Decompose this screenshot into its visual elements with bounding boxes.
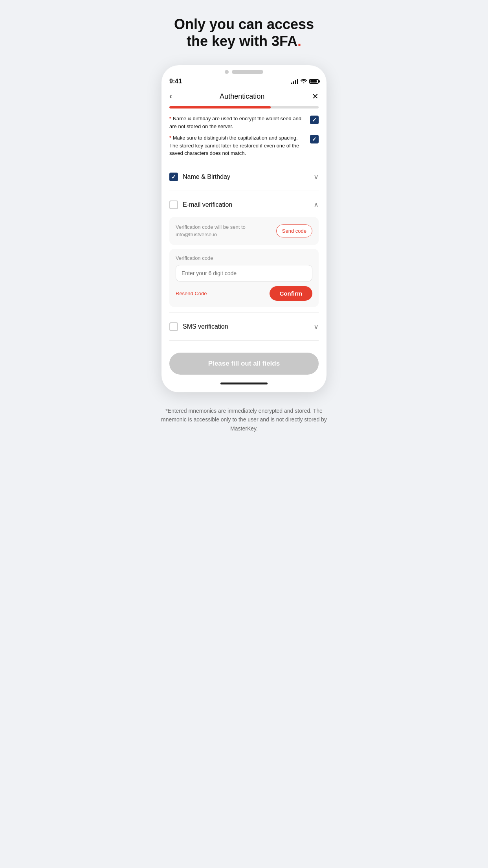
notch-dot <box>225 70 229 74</box>
sms-verification-label: SMS verification <box>183 323 309 330</box>
battery-icon <box>309 79 319 84</box>
divider-3 <box>169 313 319 313</box>
sms-verification-chevron: ∨ <box>314 322 319 331</box>
divider-2 <box>169 191 319 191</box>
verify-footer: Resend Code Confirm <box>176 286 312 301</box>
warning-1-checkbox[interactable] <box>310 116 319 124</box>
name-birthday-label: Name & Birthday <box>183 173 309 180</box>
resend-code-link[interactable]: Resend Code <box>176 291 207 296</box>
email-verification-label: E-mail verification <box>183 201 309 208</box>
name-birthday-chevron: ∨ <box>314 173 319 181</box>
screen-title: Authentication <box>220 92 264 101</box>
divider-4 <box>169 340 319 341</box>
verification-code-input[interactable] <box>176 265 312 281</box>
progress-bar <box>169 106 319 108</box>
status-time: 9:41 <box>169 78 182 85</box>
warning-2-checkbox[interactable] <box>310 135 319 143</box>
warning-1: * Name & birthday are used to encrypt th… <box>169 115 319 130</box>
home-indicator <box>220 383 268 384</box>
status-bar: 9:41 <box>161 76 327 88</box>
signal-icon <box>291 79 298 84</box>
sms-verification-checkbox[interactable] <box>169 322 178 331</box>
name-birthday-section[interactable]: Name & Birthday ∨ <box>169 169 319 185</box>
notch-bar <box>232 70 263 74</box>
sms-verification-section[interactable]: SMS verification ∨ <box>169 318 319 335</box>
status-icons <box>291 78 319 85</box>
wifi-icon <box>301 78 307 85</box>
email-card-text: Verification code will be sent to info@t… <box>176 223 246 239</box>
footer-note: *Entered mnemonics are immediately encry… <box>158 406 330 433</box>
verification-section: Verification code Resend Code Confirm <box>169 249 319 307</box>
send-code-button[interactable]: Send code <box>276 224 312 237</box>
progress-fill <box>169 106 271 108</box>
close-button[interactable]: ✕ <box>312 92 319 101</box>
verification-label: Verification code <box>176 255 312 261</box>
back-button[interactable]: ‹ <box>169 91 172 101</box>
phone-notch <box>161 65 327 76</box>
email-verification-checkbox[interactable] <box>169 200 178 209</box>
submit-button[interactable]: Please fill out all fields <box>169 353 319 375</box>
email-card: Verification code will be sent to info@t… <box>169 217 319 245</box>
content-area: * Name & birthday are used to encrypt th… <box>161 115 327 341</box>
app-header: ‹ Authentication ✕ <box>161 88 327 106</box>
warning-2-text: * Make sure to distinguish the capitaliz… <box>169 134 306 157</box>
email-verification-chevron: ∧ <box>314 200 319 209</box>
phone-frame: 9:41 ‹ Authentication ✕ <box>161 65 327 392</box>
warning-2: * Make sure to distinguish the capitaliz… <box>169 134 319 157</box>
divider-1 <box>169 163 319 163</box>
confirm-button[interactable]: Confirm <box>270 286 313 301</box>
warning-1-text: * Name & birthday are used to encrypt th… <box>169 115 306 130</box>
email-verification-section[interactable]: E-mail verification ∧ <box>169 197 319 213</box>
name-birthday-checkbox[interactable] <box>169 173 178 181</box>
page-title: Only you can access the key with 3FA. <box>174 16 314 50</box>
